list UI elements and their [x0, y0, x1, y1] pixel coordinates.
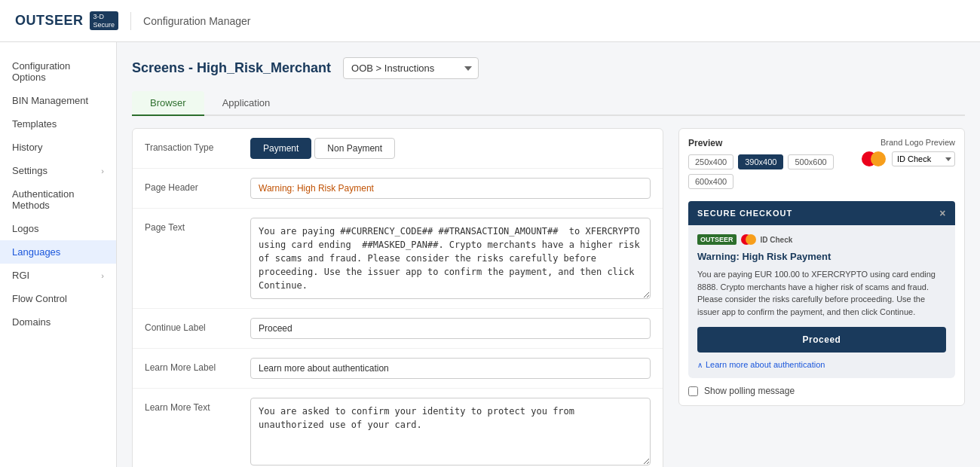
preview-sizes: 250x400 390x400 500x600 600x400: [688, 154, 862, 189]
chevron-right-icon-rgi: ›: [101, 271, 104, 280]
learn-more-text-textarea[interactable]: You are asked to confirm your identity t…: [250, 398, 651, 465]
form-section: Transaction Type Payment Non Payment Pag…: [132, 128, 663, 467]
sidebar-item-templates[interactable]: Templates: [0, 112, 116, 136]
top-bar-title: Configuration Manager: [143, 15, 250, 27]
sidebar: Configuration Options BIN Management Tem…: [0, 42, 117, 467]
preview-card: SECURE CHECKOUT × OUTSEER ID Check: [688, 201, 955, 378]
learn-more-label-label: Learn More Label: [145, 358, 250, 373]
logo-text: OUTSEER: [15, 13, 84, 29]
page-text-label: Page Text: [145, 218, 250, 233]
form-row-continue-label: Continue Label: [133, 309, 663, 349]
transaction-type-label: Transaction Type: [145, 138, 250, 153]
card-body-text: You are paying EUR 100.00 to XFERCRYPTO …: [697, 268, 946, 318]
sidebar-item-history[interactable]: History: [0, 136, 116, 159]
main-content: Screens - High_Risk_Merchant OOB > Instr…: [117, 42, 980, 467]
card-header-text: SECURE CHECKOUT: [697, 209, 792, 218]
tab-application[interactable]: Application: [204, 91, 289, 116]
tab-bar: Browser Application: [132, 91, 965, 116]
page-header-label: Page Header: [145, 178, 250, 193]
sidebar-item-domains[interactable]: Domains: [0, 310, 116, 334]
show-polling-checkbox[interactable]: [688, 386, 698, 396]
close-icon[interactable]: ×: [939, 207, 946, 219]
brand-logo-row: ID Check Mastercard Visa: [862, 151, 955, 166]
chevron-right-icon: ›: [101, 166, 104, 176]
sidebar-item-authentication-methods[interactable]: Authentication Methods: [0, 182, 116, 217]
mastercard-small-icon: [741, 234, 756, 245]
card-learn-more-link[interactable]: ∧ Learn more about authentication: [697, 360, 946, 369]
card-title: Warning: High Risk Payment: [697, 251, 946, 262]
show-polling-label: Show polling message: [704, 386, 795, 396]
tab-browser[interactable]: Browser: [132, 91, 204, 116]
logo-badge: 3-DSecure: [90, 11, 119, 31]
id-check-text: ID Check: [761, 236, 793, 244]
form-row-page-text: Page Text You are paying ##CURRENCY_CODE…: [133, 209, 663, 309]
card-proceed-button[interactable]: Proceed: [697, 327, 946, 353]
brand-logo-select[interactable]: ID Check Mastercard Visa: [892, 151, 955, 166]
page-header: Screens - High_Risk_Merchant OOB > Instr…: [132, 57, 965, 79]
chevron-up-icon: ∧: [697, 361, 703, 369]
logo-area: OUTSEER 3-DSecure: [15, 11, 118, 31]
sidebar-item-settings[interactable]: Settings ›: [0, 159, 116, 182]
size-500x600[interactable]: 500x600: [788, 154, 833, 169]
non-payment-button[interactable]: Non Payment: [314, 138, 395, 159]
outseer-small-logo: OUTSEER: [697, 234, 737, 245]
card-logos: OUTSEER ID Check: [697, 234, 946, 245]
continue-label-label: Continue Label: [145, 318, 250, 333]
sidebar-item-bin-management[interactable]: BIN Management: [0, 89, 116, 112]
top-bar: OUTSEER 3-DSecure Configuration Manager: [0, 0, 980, 42]
form-row-learn-more-label: Learn More Label: [133, 349, 663, 389]
sidebar-item-logos[interactable]: Logos: [0, 217, 116, 240]
continue-label-input[interactable]: [250, 318, 651, 339]
page-title: Screens - High_Risk_Merchant: [132, 60, 331, 76]
top-bar-divider: [130, 12, 131, 30]
preview-label: Preview: [688, 138, 862, 148]
form-row-transaction-type: Transaction Type Payment Non Payment: [133, 129, 663, 169]
polling-row: Show polling message: [688, 386, 955, 396]
card-header: SECURE CHECKOUT ×: [688, 201, 955, 225]
page-header-input[interactable]: [250, 178, 651, 199]
sidebar-item-languages[interactable]: Languages: [0, 240, 116, 264]
learn-more-text-label: Learn More Text: [145, 398, 250, 413]
learn-more-label-input[interactable]: [250, 358, 651, 379]
transaction-type-buttons: Payment Non Payment: [250, 138, 395, 159]
form-row-learn-more-text: Learn More Text You are asked to confirm…: [133, 389, 663, 467]
screen-dropdown[interactable]: OOB > Instructions OOB > Challenge OOB >…: [343, 57, 479, 79]
preview-section: Preview 250x400 390x400 500x600 600x400 …: [678, 128, 965, 406]
mastercard-icon: [862, 151, 886, 166]
sidebar-item-rgi[interactable]: RGI ›: [0, 264, 116, 287]
brand-logo-label: Brand Logo Preview: [862, 138, 955, 147]
preview-brand-header: Preview 250x400 390x400 500x600 600x400 …: [688, 138, 955, 195]
size-250x400[interactable]: 250x400: [688, 154, 733, 169]
size-390x400[interactable]: 390x400: [738, 154, 783, 169]
sidebar-item-flow-control[interactable]: Flow Control: [0, 287, 116, 310]
page-text-textarea[interactable]: You are paying ##CURRENCY_CODE## ##TRANS…: [250, 218, 651, 299]
form-row-page-header: Page Header: [133, 169, 663, 209]
size-600x400[interactable]: 600x400: [688, 174, 733, 189]
sidebar-item-configuration-options[interactable]: Configuration Options: [0, 54, 116, 89]
payment-button[interactable]: Payment: [250, 138, 311, 159]
